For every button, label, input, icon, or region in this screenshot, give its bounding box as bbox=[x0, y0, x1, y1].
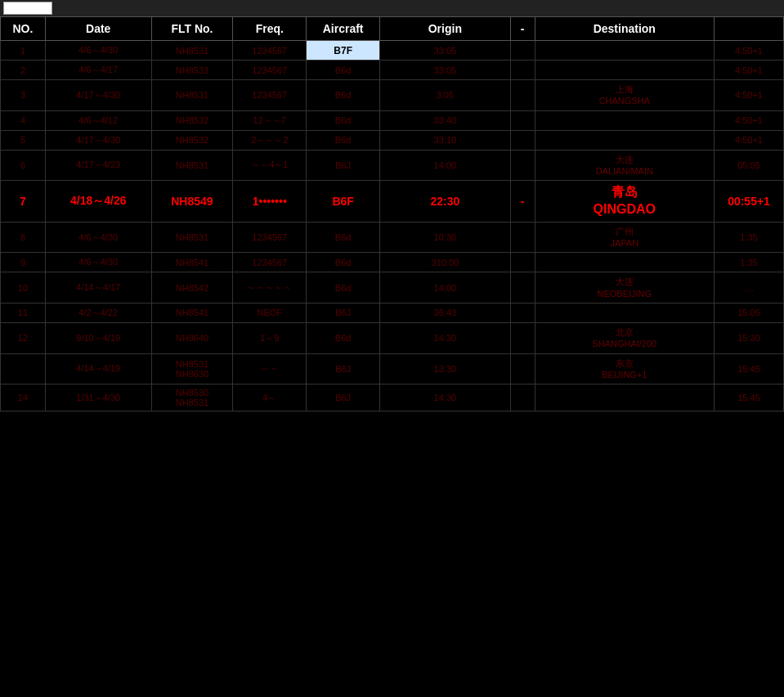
cell-aircraft: B7F bbox=[307, 41, 380, 61]
cell-origin: 10:30 bbox=[380, 222, 511, 253]
cell-flt: NH8531 bbox=[151, 41, 233, 61]
cell-origin: 3:05 bbox=[380, 80, 511, 111]
cell-dash bbox=[510, 110, 535, 130]
cell-origin: 22:30 bbox=[380, 181, 511, 223]
cell-freq: 1234567 bbox=[233, 80, 307, 111]
top-input[interactable] bbox=[3, 2, 52, 15]
cell-date: 4/6～4/30 bbox=[45, 222, 151, 253]
cell-flt: NH8531 bbox=[151, 222, 233, 253]
cell-date: 4/17～4/30 bbox=[45, 130, 151, 150]
cell-freq: 2～～～2 bbox=[233, 130, 307, 150]
cell-aircraft: B6d bbox=[307, 222, 380, 253]
cell-aircraft: B6J bbox=[307, 150, 380, 181]
cell-arrival: 15:30 bbox=[715, 322, 784, 353]
cell-destination bbox=[535, 41, 714, 61]
cell-dash: - bbox=[510, 181, 535, 223]
cell-date: 4/6～4/17 bbox=[45, 61, 151, 80]
cell-freq: 4～ bbox=[233, 384, 307, 411]
header-date: Date bbox=[45, 17, 151, 41]
cell-destination: 北京SHANGHAI/200 bbox=[535, 322, 714, 353]
cell-dash bbox=[510, 222, 535, 253]
cell-arrival: .... bbox=[715, 272, 784, 304]
cell-freq: 1••••••• bbox=[233, 181, 307, 223]
cell-dash bbox=[510, 130, 535, 150]
cell-dash bbox=[510, 253, 535, 272]
cell-origin: 33:40 bbox=[380, 110, 511, 130]
cell-no: 6 bbox=[1, 150, 46, 181]
cell-arrival: 1:35 bbox=[715, 222, 784, 253]
cell-destination bbox=[535, 110, 714, 130]
cell-arrival: 1:35 bbox=[715, 253, 784, 272]
cell-freq: 1～9 bbox=[233, 322, 307, 353]
cell-flt: NH8542 bbox=[151, 272, 233, 304]
cell-aircraft: B6d bbox=[307, 253, 380, 272]
cell-no: 4 bbox=[1, 110, 46, 130]
cell-aircraft: B6d bbox=[307, 130, 380, 150]
top-bar bbox=[0, 0, 784, 16]
cell-aircraft: B6J bbox=[307, 384, 380, 411]
cell-arrival: 4:50+1 bbox=[715, 110, 784, 130]
cell-arrival: 15:45 bbox=[715, 353, 784, 384]
cell-freq: 1234567 bbox=[233, 61, 307, 80]
cell-origin: 33:10 bbox=[380, 130, 511, 150]
cell-aircraft: B6d bbox=[307, 322, 380, 353]
cell-dash bbox=[510, 303, 535, 322]
cell-freq: 12～～7 bbox=[233, 110, 307, 130]
cell-flt: NH8541 bbox=[151, 253, 233, 272]
cell-dash bbox=[510, 353, 535, 384]
cell-no: 14 bbox=[1, 384, 46, 411]
cell-flt: NH8531 bbox=[151, 150, 233, 181]
cell-no: 5 bbox=[1, 130, 46, 150]
cell-freq: 1234567 bbox=[233, 222, 307, 253]
cell-flt: NH8530 NH8531 bbox=[151, 384, 233, 411]
cell-destination: 东京BEIJING+1 bbox=[535, 353, 714, 384]
cell-aircraft: B6F bbox=[307, 181, 380, 223]
cell-dash bbox=[510, 150, 535, 181]
cell-freq: ～～～～～ bbox=[233, 272, 307, 304]
cell-dash bbox=[510, 384, 535, 411]
cell-date: 4/17～4/23 bbox=[45, 150, 151, 181]
cell-aircraft: B6J bbox=[307, 353, 380, 384]
cell-origin: 14:00 bbox=[380, 272, 511, 304]
header-dest: Destination bbox=[535, 17, 714, 41]
cell-aircraft: B6d bbox=[307, 272, 380, 304]
cell-no: 11 bbox=[1, 303, 46, 322]
cell-destination bbox=[535, 253, 714, 272]
cell-flt: NH8640 bbox=[151, 322, 233, 353]
cell-destination bbox=[535, 384, 714, 411]
header-aircraft: Aircraft bbox=[307, 17, 380, 41]
cell-origin: 14:30 bbox=[380, 384, 511, 411]
cell-freq: ～～ bbox=[233, 353, 307, 384]
cell-destination bbox=[535, 130, 714, 150]
cell-dash bbox=[510, 61, 535, 80]
cell-flt: NH8532 bbox=[151, 130, 233, 150]
cell-origin: 36:43 bbox=[380, 303, 511, 322]
cell-destination: 上海CHANGSHA bbox=[535, 80, 714, 111]
header-time bbox=[715, 17, 784, 41]
cell-flt: NH8541 bbox=[151, 303, 233, 322]
cell-date: 4/6～4/30 bbox=[45, 41, 151, 61]
cell-arrival: 4:50+1 bbox=[715, 130, 784, 150]
cell-no: 1 bbox=[1, 41, 46, 61]
cell-arrival: 15:45 bbox=[715, 384, 784, 411]
header-flt: FLT No. bbox=[151, 17, 233, 41]
cell-flt: NH8531 NH8630 bbox=[151, 353, 233, 384]
cell-dash bbox=[510, 322, 535, 353]
cell-arrival: 00:55+1 bbox=[715, 181, 784, 223]
cell-date: 4/6～4/30 bbox=[45, 253, 151, 272]
cell-arrival: 4:50+1 bbox=[715, 61, 784, 80]
cell-arrival: 4:50+1 bbox=[715, 80, 784, 111]
cell-date: 4/6～4/12 bbox=[45, 110, 151, 130]
cell-date: 4/18～4/26 bbox=[45, 181, 151, 223]
cell-dash bbox=[510, 80, 535, 111]
cell-destination bbox=[535, 61, 714, 80]
cell-no: 12 bbox=[1, 322, 46, 353]
cell-date: 4/14～4/17 bbox=[45, 272, 151, 304]
cell-origin: 33:05 bbox=[380, 61, 511, 80]
cell-no: 8 bbox=[1, 222, 46, 253]
cell-date: 4/17～4/30 bbox=[45, 80, 151, 111]
cell-freq: NEOF bbox=[233, 303, 307, 322]
header-no: NO. bbox=[1, 17, 46, 41]
cell-arrival: 05:05 bbox=[715, 150, 784, 181]
cell-origin: 14:00 bbox=[380, 150, 511, 181]
